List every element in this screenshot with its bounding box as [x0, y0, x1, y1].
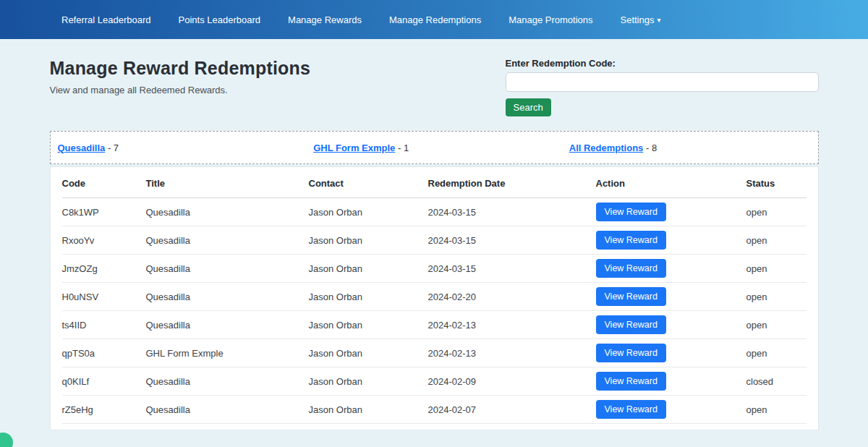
cell-status: closed: [746, 367, 807, 396]
column-header-status: Status: [746, 167, 807, 198]
table-row: q0KILf Quesadilla Jason Orban 2024-02-09…: [62, 367, 807, 396]
redemptions-table-container: Code Title Contact Redemption Date Actio…: [50, 166, 819, 430]
filter-separator: -: [108, 142, 111, 153]
column-header-date: Redemption Date: [428, 167, 596, 198]
view-reward-button[interactable]: View Reward: [596, 344, 666, 362]
cell-code: H0uNSV: [62, 283, 146, 311]
cell-title: Quesadilla: [146, 311, 309, 339]
cell-date: 2024-03-15: [428, 198, 596, 226]
column-header-title: Title: [146, 167, 309, 198]
cell-code: rZ5eHg: [62, 396, 146, 424]
top-navbar: Referral Leaderboard Points Leaderboard …: [0, 0, 868, 39]
nav-settings-dropdown[interactable]: Settings▾: [621, 14, 661, 25]
cell-contact: Jason Orban: [309, 311, 428, 339]
cell-code: RxooYv: [62, 226, 146, 255]
cell-title: GHL Form Exmple: [146, 339, 309, 367]
nav-manage-redemptions[interactable]: Manage Redemptions: [389, 14, 481, 25]
cell-title: Quesadilla: [146, 367, 309, 396]
cell-code: C8k1WP: [62, 198, 146, 226]
cell-code: ts4IID: [62, 311, 146, 339]
cell-code: qpTS0a: [62, 339, 146, 367]
page-subtitle: View and manage all Redeemed Rewards.: [50, 85, 311, 95]
heading-block: Manage Reward Redemptions View and manag…: [50, 58, 311, 95]
cell-status: open: [746, 255, 807, 283]
cell-date: 2024-02-20: [428, 283, 596, 311]
cell-contact: Jason Orban: [309, 339, 428, 367]
column-header-code: Code: [62, 167, 146, 198]
filter-box: Quesadilla - 7 GHL Form Exmple - 1 All R…: [50, 131, 819, 164]
view-reward-button[interactable]: View Reward: [596, 203, 666, 221]
cell-contact: Jason Orban: [309, 255, 428, 283]
filter-ghl-form: GHL Form Exmple - 1: [306, 142, 562, 153]
cell-status: open: [746, 226, 807, 255]
filter-quesadilla: Quesadilla - 7: [51, 142, 307, 153]
table-row: ts4IID Quesadilla Jason Orban 2024-02-13…: [62, 311, 807, 339]
filter-ghl-form-link[interactable]: GHL Form Exmple: [313, 142, 395, 153]
view-reward-button[interactable]: View Reward: [596, 315, 666, 334]
nav-referral-leaderboard[interactable]: Referral Leaderboard: [61, 14, 151, 25]
cell-date: 2024-02-09: [428, 367, 596, 396]
table-row: RxooYv Quesadilla Jason Orban 2024-03-15…: [62, 226, 807, 255]
cell-status: open: [746, 339, 807, 367]
cell-date: 2024-03-15: [428, 255, 596, 283]
cell-contact: Jason Orban: [309, 226, 428, 255]
cell-title: Quesadilla: [146, 396, 309, 424]
cell-date: 2024-02-13: [428, 339, 596, 367]
cell-contact: Jason Orban: [309, 396, 428, 424]
cell-date: 2024-02-13: [428, 311, 596, 339]
cell-code: q0KILf: [62, 367, 146, 396]
cell-title: Quesadilla: [146, 226, 309, 255]
caret-down-icon: ▾: [657, 16, 660, 24]
cell-contact: Jason Orban: [309, 198, 428, 226]
chat-widget-icon[interactable]: [0, 433, 13, 447]
search-button[interactable]: Search: [506, 98, 551, 116]
filter-separator: -: [646, 142, 649, 153]
header-row: Manage Reward Redemptions View and manag…: [50, 58, 819, 116]
cell-contact: Jason Orban: [309, 367, 428, 396]
table-row: C8k1WP Quesadilla Jason Orban 2024-03-15…: [62, 198, 807, 226]
cell-code: JmzOZg: [62, 255, 146, 283]
cell-date: 2024-02-07: [428, 396, 596, 424]
redemption-code-input[interactable]: [506, 72, 819, 92]
nav-manage-promotions[interactable]: Manage Promotions: [509, 14, 592, 25]
view-reward-button[interactable]: View Reward: [596, 231, 666, 250]
nav-settings-label: Settings: [621, 14, 655, 25]
main-content: Manage Reward Redemptions View and manag…: [50, 58, 819, 430]
filter-all-redemptions-link[interactable]: All Redemptions: [569, 142, 644, 153]
cell-title: Quesadilla: [146, 283, 309, 311]
column-header-action: Action: [596, 167, 746, 198]
view-reward-button[interactable]: View Reward: [596, 372, 666, 391]
filter-ghl-form-count: 1: [404, 142, 409, 153]
page-title: Manage Reward Redemptions: [50, 58, 311, 79]
redemption-code-label: Enter Redemption Code:: [506, 58, 819, 69]
view-reward-button[interactable]: View Reward: [596, 287, 666, 306]
table-row: JmzOZg Quesadilla Jason Orban 2024-03-15…: [62, 255, 807, 283]
filter-quesadilla-count: 7: [114, 142, 119, 153]
cell-status: open: [746, 311, 807, 339]
cell-title: Quesadilla: [146, 198, 309, 226]
filter-all-redemptions-count: 8: [652, 142, 657, 153]
filter-quesadilla-link[interactable]: Quesadilla: [58, 142, 106, 153]
cell-status: open: [746, 198, 807, 226]
cell-contact: Jason Orban: [309, 283, 428, 311]
column-header-contact: Contact: [309, 167, 428, 198]
nav-manage-rewards[interactable]: Manage Rewards: [288, 14, 362, 25]
view-reward-button[interactable]: View Reward: [596, 259, 666, 278]
cell-date: 2024-03-15: [428, 226, 596, 255]
cell-status: open: [746, 396, 807, 424]
table-row: qpTS0a GHL Form Exmple Jason Orban 2024-…: [62, 339, 807, 367]
redemptions-table: Code Title Contact Redemption Date Actio…: [62, 167, 807, 424]
filter-separator: -: [398, 142, 401, 153]
cell-title: Quesadilla: [146, 255, 309, 283]
table-header-row: Code Title Contact Redemption Date Actio…: [62, 167, 807, 198]
filter-all-redemptions: All Redemptions - 8: [562, 142, 818, 153]
table-row: H0uNSV Quesadilla Jason Orban 2024-02-20…: [62, 283, 807, 311]
table-row: rZ5eHg Quesadilla Jason Orban 2024-02-07…: [62, 396, 807, 424]
cell-status: open: [746, 283, 807, 311]
view-reward-button[interactable]: View Reward: [596, 400, 666, 419]
nav-points-leaderboard[interactable]: Points Leaderboard: [179, 14, 260, 25]
search-block: Enter Redemption Code: Search: [506, 58, 819, 116]
